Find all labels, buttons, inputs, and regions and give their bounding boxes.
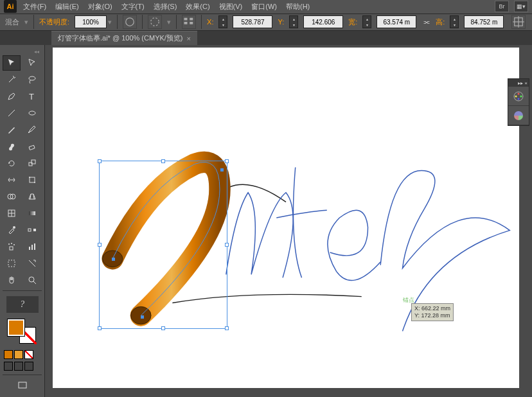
menu-bar: Ai 文件(F) 编辑(E) 对象(O) 文字(T) 选择(S) 效果(C) 视… [0, 0, 532, 14]
draw-behind[interactable] [14, 362, 23, 371]
link-wh-icon[interactable]: ⫘ [421, 15, 430, 28]
type-tool[interactable]: T [23, 89, 41, 104]
menu-file[interactable]: 文件(F) [23, 2, 46, 12]
svg-rect-29 [33, 229, 36, 231]
color-guide-panel-icon[interactable] [508, 106, 529, 125]
hand-tool[interactable] [3, 272, 21, 288]
color-panel-icon[interactable] [508, 87, 529, 106]
swatch-none[interactable] [24, 350, 33, 359]
eyedropper-tool[interactable] [3, 222, 21, 238]
magic-wand-tool[interactable] [3, 72, 21, 87]
svg-rect-5 [190, 22, 193, 24]
y-label: Y: [278, 18, 284, 26]
coordinate-tooltip: X: 662.22 mm Y: 172.28 mm [411, 303, 454, 321]
menu-window[interactable]: 窗口(W) [251, 2, 277, 12]
menu-help[interactable]: 帮助(H) [286, 2, 310, 12]
svg-point-9 [29, 76, 35, 80]
x-input[interactable] [233, 15, 272, 28]
anchor-point[interactable] [141, 315, 144, 319]
symbol-sprayer-tool[interactable] [3, 239, 21, 254]
svg-rect-4 [190, 18, 193, 21]
svg-rect-16 [30, 177, 35, 182]
blend-tool[interactable] [23, 222, 41, 238]
panel-collapse-icon[interactable]: ▸▸ × [508, 79, 529, 87]
y-input[interactable] [303, 15, 343, 28]
tools-collapse-icon[interactable]: ◂◂ [3, 49, 42, 55]
ellipse-tool[interactable] [23, 105, 41, 121]
anchor-point[interactable] [220, 168, 224, 172]
align-icon[interactable] [182, 15, 196, 29]
swatch-1[interactable] [4, 350, 13, 359]
direct-selection-tool[interactable] [23, 55, 41, 71]
help-button[interactable]: ? [6, 296, 39, 313]
x-label: X: [207, 18, 213, 26]
draw-inside[interactable] [24, 362, 33, 371]
lasso-tool[interactable] [23, 72, 41, 87]
draw-normal[interactable] [4, 362, 13, 371]
tools-panel: ◂◂ T [0, 45, 45, 397]
artboard-tool[interactable] [3, 256, 21, 271]
svg-line-11 [8, 110, 15, 116]
menu-object[interactable]: 对象(O) [88, 2, 112, 12]
fill-swatch[interactable] [8, 319, 24, 336]
document-tab[interactable]: 灯管字体临摹.ai* @ 100% (CMYK/预览) × [51, 31, 197, 45]
svg-rect-37 [8, 260, 15, 267]
menu-edit[interactable]: 编辑(E) [55, 2, 79, 12]
bridge-icon[interactable]: Br [495, 1, 509, 12]
zoom-tool[interactable] [23, 272, 41, 288]
x-spinner[interactable]: ▴▾ [218, 15, 227, 28]
svg-point-47 [515, 95, 517, 97]
svg-point-32 [11, 243, 12, 244]
pen-tool[interactable] [3, 89, 21, 104]
recolor-icon[interactable] [148, 15, 162, 29]
menu-view[interactable]: 视图(V) [219, 2, 243, 12]
line-tool[interactable] [3, 105, 21, 121]
selection-tool[interactable] [3, 55, 21, 71]
menu-effect[interactable]: 效果(C) [186, 2, 209, 12]
free-transform-tool[interactable] [23, 172, 41, 188]
svg-point-17 [29, 177, 30, 178]
menu-select[interactable]: 选择(S) [154, 2, 177, 12]
fill-stroke-swatch[interactable] [6, 319, 39, 345]
shape-builder-tool[interactable] [3, 189, 21, 204]
scale-tool[interactable] [23, 155, 41, 171]
screen-mode-button[interactable] [13, 378, 31, 393]
pencil-tool[interactable] [23, 122, 41, 137]
transform-icon[interactable] [511, 15, 526, 29]
svg-point-18 [34, 182, 35, 183]
graph-tool[interactable] [23, 239, 41, 254]
w-spinner[interactable]: ▴▾ [362, 15, 371, 28]
eraser-tool[interactable] [23, 139, 41, 154]
svg-rect-34 [29, 247, 30, 250]
w-label: 宽: [348, 17, 357, 27]
arrange-icon[interactable]: ▦▾ [514, 1, 528, 12]
slice-tool[interactable] [23, 256, 41, 271]
width-tool[interactable] [3, 172, 21, 188]
svg-point-44 [518, 93, 520, 94]
selection-bounds[interactable] [99, 161, 227, 329]
h-label: 高: [436, 17, 445, 27]
rotate-tool[interactable] [3, 155, 21, 171]
h-input[interactable] [464, 15, 504, 28]
perspective-tool[interactable] [23, 189, 41, 204]
mesh-tool[interactable] [3, 206, 21, 221]
style-icon[interactable] [123, 15, 137, 29]
svg-rect-30 [10, 247, 13, 250]
w-input[interactable] [377, 15, 416, 28]
anchor-point[interactable] [112, 258, 115, 261]
gradient-tool[interactable] [23, 206, 41, 221]
svg-point-31 [8, 243, 10, 245]
tab-close-icon[interactable]: × [187, 35, 191, 42]
opacity-input[interactable] [75, 15, 107, 28]
y-spinner[interactable]: ▴▾ [289, 15, 298, 28]
blob-brush-tool[interactable] [3, 139, 21, 154]
canvas-area[interactable]: 锚点 X: 662.22 mm Y: 172.28 mm ▸▸ × [45, 45, 532, 397]
artboard[interactable]: 锚点 X: 662.22 mm Y: 172.28 mm [53, 48, 519, 388]
document-tab-bar: 灯管字体临摹.ai* @ 100% (CMYK/预览) × [0, 31, 532, 45]
svg-line-39 [33, 281, 36, 284]
menu-type[interactable]: 文字(T) [121, 2, 145, 12]
swatch-2[interactable] [14, 350, 23, 359]
paintbrush-tool[interactable] [3, 122, 21, 137]
h-spinner[interactable]: ▴▾ [450, 15, 459, 28]
svg-rect-28 [28, 229, 31, 231]
